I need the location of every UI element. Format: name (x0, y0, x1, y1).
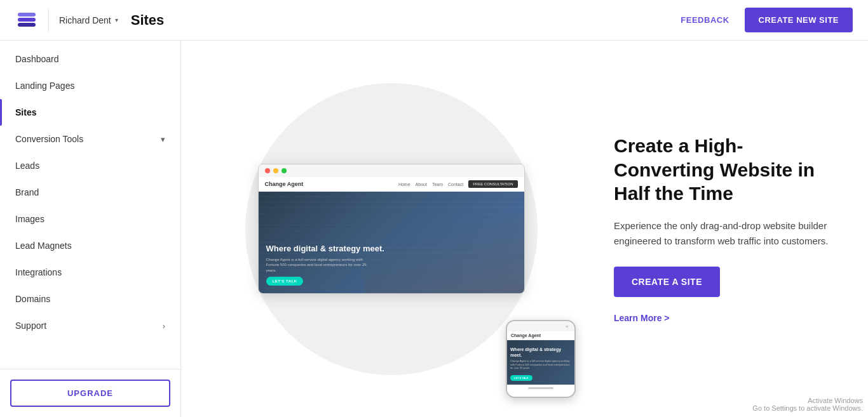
mobile-hero-image: Where digital & strategy meet. Change Ag… (507, 340, 574, 385)
sidebar-item-dashboard-label: Dashboard (15, 54, 165, 64)
sidebar-item-integrations[interactable]: Integrations (0, 259, 180, 286)
sidebar-nav: Dashboard Landing Pages Sites Conversion… (0, 46, 180, 369)
desktop-hero-heading: Where digital & strategy meet. (266, 244, 384, 255)
upgrade-button[interactable]: UPGRADE (10, 380, 170, 407)
mobile-mockup: × Change Agent Where digital & strategy … (506, 320, 576, 398)
main-content: Change Agent Home About Team Contact FRE… (181, 41, 868, 417)
sidebar-item-domains[interactable]: Domains (0, 286, 180, 312)
sidebar: Dashboard Landing Pages Sites Conversion… (0, 41, 181, 417)
hero-description: Experience the only drag-and-drop websit… (614, 218, 836, 249)
sidebar-item-lead-magnets[interactable]: Lead Magnets (0, 232, 180, 259)
desktop-mockup: Change Agent Home About Team Contact FRE… (258, 164, 525, 294)
desktop-navbar: Change Agent Home About Team Contact FRE… (259, 177, 524, 192)
hero-section: Change Agent Home About Team Contact FRE… (181, 41, 868, 417)
chevron-right-icon: › (163, 321, 165, 331)
hero-content: Create a High-Converting Website in Half… (601, 109, 868, 349)
sidebar-footer: UPGRADE (0, 369, 180, 417)
svg-rect-0 (18, 18, 36, 22)
sidebar-item-landing-pages[interactable]: Landing Pages (0, 72, 180, 99)
mobile-home-indicator (528, 387, 553, 389)
dot-yellow (273, 168, 278, 173)
header: Richard Dent ▾ Sites FEEDBACK CREATE NEW… (0, 0, 868, 41)
mobile-hero-text: Where digital & strategy meet. Change Ag… (510, 347, 571, 381)
sidebar-item-lead-magnets-label: Lead Magnets (15, 241, 165, 251)
mobile-hero-cta: LET'S TALK (510, 375, 532, 381)
nav-link-contact: Contact (448, 182, 463, 187)
nav-link-home: Home (398, 182, 410, 187)
sidebar-item-support[interactable]: Support › (0, 312, 180, 339)
mockup-cta: FREE CONSULTATION (468, 180, 517, 188)
main-layout: Dashboard Landing Pages Sites Conversion… (0, 41, 868, 417)
user-name: Richard Dent (59, 15, 111, 25)
desktop-hero-subtext: Change Agent is a full-service digital a… (266, 257, 368, 273)
mockup-nav-links: Home About Team Contact (398, 182, 463, 187)
header-user-menu[interactable]: Richard Dent ▾ (59, 15, 118, 25)
sidebar-item-images[interactable]: Images (0, 206, 180, 232)
mobile-topbar: × (507, 321, 574, 331)
mobile-hero-sub: Change Agent is a full-service digital a… (510, 359, 571, 370)
sidebar-item-brand-label: Brand (15, 187, 165, 197)
sidebar-item-sites-label: Sites (15, 107, 165, 117)
mobile-frame: × Change Agent Where digital & strategy … (506, 320, 576, 398)
mobile-bottom-bar (507, 385, 574, 392)
desktop-hero-text: Where digital & strategy meet. Change Ag… (266, 244, 384, 286)
desktop-frame: Change Agent Home About Team Contact FRE… (258, 164, 525, 294)
desktop-hero-image: Where digital & strategy meet. Change Ag… (259, 192, 524, 293)
sidebar-item-conversion-tools-label: Conversion Tools (15, 134, 161, 144)
mobile-close-icon: × (566, 324, 571, 329)
sidebar-item-brand[interactable]: Brand (0, 179, 180, 206)
header-logo (15, 9, 49, 32)
page-title: Sites (131, 12, 165, 29)
nav-link-team: Team (432, 182, 443, 187)
nav-link-about: About (416, 182, 427, 187)
hands-overlay (365, 212, 524, 293)
mobile-navbar: Change Agent (507, 331, 574, 340)
svg-rect-2 (18, 23, 36, 27)
hero-headline: Create a High-Converting Website in Half… (614, 134, 836, 206)
sidebar-item-images-label: Images (15, 214, 165, 224)
create-new-site-button[interactable]: CREATE NEW SITE (745, 8, 853, 32)
chevron-down-icon: ▾ (115, 17, 118, 23)
mobile-brand: Change Agent (511, 333, 541, 338)
sidebar-item-dashboard[interactable]: Dashboard (0, 46, 180, 72)
sidebar-item-leads[interactable]: Leads (0, 152, 180, 179)
sidebar-item-conversion-tools[interactable]: Conversion Tools ▾ (0, 126, 180, 152)
desktop-titlebar (259, 164, 524, 177)
chevron-down-icon: ▾ (161, 135, 165, 144)
hero-visual: Change Agent Home About Team Contact FRE… (181, 41, 601, 417)
mockup-brand: Change Agent (265, 181, 304, 187)
sidebar-item-support-label: Support (15, 321, 163, 331)
learn-more-link[interactable]: Learn More > (614, 313, 670, 323)
create-site-button[interactable]: CREATE A SITE (614, 267, 720, 297)
sidebar-item-sites[interactable]: Sites (0, 99, 180, 126)
feedback-button[interactable]: FEEDBACK (681, 15, 729, 25)
sidebar-item-domains-label: Domains (15, 294, 165, 304)
mobile-hero-heading: Where digital & strategy meet. (510, 347, 571, 358)
sidebar-item-landing-pages-label: Landing Pages (15, 81, 165, 91)
dot-green (281, 168, 287, 173)
sidebar-item-integrations-label: Integrations (15, 267, 165, 277)
app-logo-icon (15, 9, 38, 32)
dot-red (265, 168, 270, 173)
desktop-hero-cta: LET'S TALK (266, 277, 304, 286)
svg-rect-1 (18, 13, 36, 17)
sidebar-item-leads-label: Leads (15, 161, 165, 171)
